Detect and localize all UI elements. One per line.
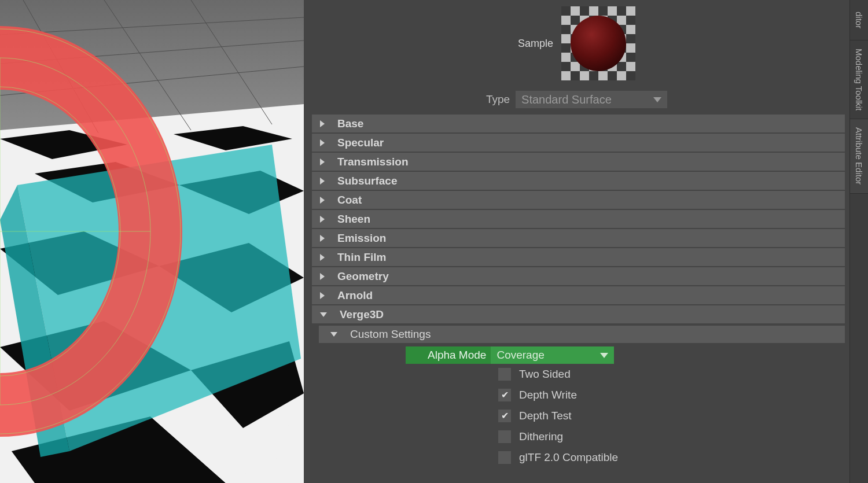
section-specular[interactable]: Specular	[312, 134, 845, 152]
section-base[interactable]: Base	[312, 115, 845, 132]
section-title: Geometry	[337, 270, 389, 283]
app-root: Sample	[0, 0, 868, 483]
checkbox-depth-test-row: Depth Test	[498, 405, 845, 426]
svg-rect-56	[589, 71, 598, 80]
tab-label: Modeling Toolkit	[854, 40, 864, 119]
checkbox-depth-write[interactable]	[498, 389, 511, 401]
section-arnold[interactable]: Arnold	[312, 286, 845, 304]
checkbox-label: Depth Test	[519, 410, 571, 422]
chevron-right-icon	[320, 139, 325, 146]
section-subsurface[interactable]: Subsurface	[312, 172, 845, 190]
checkbox-two-sided-row: Two Sided	[498, 364, 845, 385]
viewport-3d[interactable]	[0, 0, 304, 483]
chevron-right-icon	[320, 197, 325, 204]
verge3d-body: Custom Settings Alpha Mode Coverage Two …	[312, 325, 845, 468]
section-title: Coat	[337, 194, 362, 207]
svg-rect-27	[561, 6, 571, 16]
chevron-right-icon	[320, 216, 325, 223]
section-sheen[interactable]: Sheen	[312, 210, 845, 228]
chevron-right-icon	[320, 120, 325, 127]
chevron-down-icon	[653, 97, 661, 102]
right-tab-strip: ditor Modeling Toolkit Attribute Editor	[849, 0, 868, 483]
section-title: Arnold	[337, 289, 373, 302]
checkbox-label: Dithering	[519, 430, 563, 443]
sample-label: Sample	[518, 38, 553, 50]
section-verge3d[interactable]: Verge3D	[312, 305, 845, 323]
checkbox-depth-test[interactable]	[498, 410, 511, 422]
alpha-mode-row: Alpha Mode Coverage	[406, 346, 614, 364]
checkbox-dithering[interactable]	[498, 430, 511, 443]
svg-rect-29	[598, 6, 608, 16]
material-swatch[interactable]	[561, 6, 635, 80]
svg-rect-54	[617, 62, 626, 71]
checkbox-gltf-compat-row: glTF 2.0 Compatible	[498, 447, 845, 468]
section-title: Specular	[337, 137, 384, 149]
section-thin-film[interactable]: Thin Film	[312, 248, 845, 266]
svg-rect-34	[626, 16, 635, 25]
custom-settings-body: Alpha Mode Coverage Two Sided Depth Writ…	[319, 343, 845, 468]
section-title: Emission	[337, 232, 386, 245]
checkbox-gltf-compat[interactable]	[498, 451, 511, 464]
chevron-right-icon	[320, 292, 325, 299]
svg-rect-43	[561, 43, 571, 53]
svg-rect-42	[626, 34, 635, 43]
tab-modeling-toolkit[interactable]: Modeling Toolkit	[850, 40, 868, 119]
section-title: Transmission	[337, 156, 409, 168]
type-dropdown[interactable]: Standard Surface	[516, 91, 667, 108]
tab-label: ditor	[854, 3, 864, 36]
svg-rect-57	[608, 71, 617, 80]
tab-editor-partial[interactable]: ditor	[850, 0, 868, 40]
chevron-right-icon	[320, 273, 325, 280]
checkbox-label: glTF 2.0 Compatible	[519, 451, 618, 464]
tab-label: Attribute Editor	[854, 119, 864, 193]
svg-rect-30	[617, 6, 626, 16]
subsection-custom-settings[interactable]: Custom Settings	[319, 326, 845, 343]
section-title: Base	[337, 117, 363, 130]
subsection-title: Custom Settings	[350, 328, 431, 341]
chevron-down-icon	[320, 312, 327, 317]
chevron-right-icon	[320, 235, 325, 242]
type-value: Standard Surface	[521, 93, 612, 106]
chevron-down-icon	[330, 332, 337, 337]
alpha-mode-label: Alpha Mode	[406, 349, 491, 362]
section-title: Thin Film	[337, 251, 386, 264]
svg-rect-55	[571, 71, 580, 80]
svg-rect-28	[580, 6, 589, 16]
chevron-right-icon	[320, 178, 325, 185]
section-title: Verge3D	[340, 308, 384, 321]
svg-rect-51	[561, 62, 571, 71]
section-geometry[interactable]: Geometry	[312, 267, 845, 285]
svg-rect-35	[561, 25, 571, 34]
alpha-mode-value: Coverage	[496, 349, 544, 362]
checkbox-label: Two Sided	[519, 368, 571, 381]
attribute-panel: Sample	[304, 0, 849, 483]
checkbox-two-sided[interactable]	[498, 368, 511, 381]
material-preview-sphere	[571, 16, 626, 71]
svg-rect-58	[626, 71, 635, 80]
section-title: Subsurface	[337, 175, 397, 187]
sections-list: Base Specular Transmission Subsurface Co…	[304, 112, 849, 468]
alpha-mode-dropdown[interactable]: Coverage	[491, 346, 614, 364]
chevron-right-icon	[320, 158, 325, 165]
section-emission[interactable]: Emission	[312, 229, 845, 247]
svg-rect-50	[626, 53, 635, 62]
section-coat[interactable]: Coat	[312, 191, 845, 209]
type-label: Type	[486, 93, 510, 106]
section-title: Sheen	[337, 213, 370, 226]
tab-attribute-editor[interactable]: Attribute Editor	[850, 119, 868, 193]
checkbox-dithering-row: Dithering	[498, 426, 845, 447]
chevron-right-icon	[320, 254, 325, 261]
checkbox-depth-write-row: Depth Write	[498, 385, 845, 405]
section-transmission[interactable]: Transmission	[312, 153, 845, 171]
checkbox-label: Depth Write	[519, 389, 577, 401]
material-sample-row: Sample	[304, 0, 849, 87]
type-row: Type Standard Surface	[304, 87, 849, 112]
chevron-down-icon	[600, 353, 608, 358]
